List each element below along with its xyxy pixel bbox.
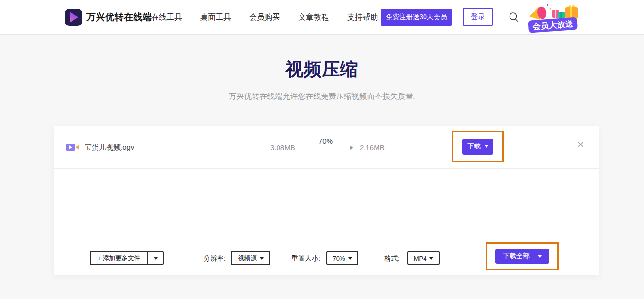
file-identity: 宝蛋儿视频.ogv bbox=[66, 126, 134, 169]
video-file-icon bbox=[66, 143, 80, 152]
brand-logo-icon[interactable] bbox=[65, 9, 82, 26]
megaphone-icon bbox=[528, 4, 552, 21]
nav-item-desktop-tools[interactable]: 桌面工具 bbox=[200, 12, 231, 23]
resize-value: 70% bbox=[332, 255, 345, 262]
format-value: MP4 bbox=[414, 255, 427, 262]
main-nav: 在线工具 桌面工具 会员购买 文章教程 支持帮助 bbox=[151, 0, 378, 35]
login-button[interactable]: 登录 bbox=[463, 8, 493, 26]
download-all-label: 下载全部 bbox=[503, 252, 530, 261]
format-select[interactable]: MP4 bbox=[407, 251, 440, 265]
arrow-right-icon bbox=[298, 148, 353, 148]
nav-item-articles[interactable]: 文章教程 bbox=[298, 12, 329, 23]
add-more-files-label[interactable]: + 添加更多文件 bbox=[91, 252, 147, 264]
original-size: 3.08MB bbox=[270, 144, 295, 152]
download-button[interactable]: 下载 bbox=[462, 139, 493, 155]
add-more-files-button[interactable]: + 添加更多文件 bbox=[90, 251, 164, 265]
page-subtitle: 万兴优转在线端允许您在线免费压缩视频而不损失质量. bbox=[0, 92, 644, 102]
download-button-label: 下载 bbox=[467, 142, 481, 151]
top-navbar: 万兴优转在线端 在线工具 桌面工具 会员购买 文章教程 支持帮助 免费注册送30… bbox=[0, 0, 644, 35]
file-name: 宝蛋儿视频.ogv bbox=[85, 143, 134, 152]
search-icon[interactable] bbox=[508, 12, 520, 23]
add-more-dropdown[interactable] bbox=[147, 252, 163, 264]
resolution-select[interactable]: 视频源 bbox=[231, 251, 270, 265]
nav-item-online-tools[interactable]: 在线工具 bbox=[151, 12, 182, 23]
caret-down-icon bbox=[429, 257, 433, 260]
close-icon[interactable]: × bbox=[577, 139, 583, 150]
resize-select[interactable]: 70% bbox=[326, 251, 358, 265]
caret-down-icon[interactable] bbox=[538, 255, 542, 258]
page-title: 视频压缩 bbox=[0, 58, 644, 82]
caret-down-icon bbox=[260, 257, 264, 260]
nav-item-support[interactable]: 支持帮助 bbox=[347, 12, 378, 23]
file-row: 宝蛋儿视频.ogv 3.08MB 70% 2.16MB 下载 × bbox=[54, 126, 599, 169]
compression-card: 宝蛋儿视频.ogv 3.08MB 70% 2.16MB 下载 × + 添加更多文… bbox=[54, 126, 599, 275]
caret-down-icon bbox=[348, 257, 352, 260]
brand-name: 万兴优转在线端 bbox=[86, 0, 152, 35]
download-all-highlight-box: 下载全部 bbox=[486, 242, 559, 270]
resize-label: 重置大小: bbox=[292, 251, 320, 265]
play-icon bbox=[65, 9, 82, 26]
nav-item-membership[interactable]: 会员购买 bbox=[249, 12, 280, 23]
compressed-size: 2.16MB bbox=[360, 144, 385, 152]
download-all-button[interactable]: 下载全部 bbox=[495, 249, 549, 264]
resolution-value: 视频源 bbox=[238, 254, 257, 263]
compression-percent: 70% bbox=[298, 137, 353, 145]
membership-promo-badge[interactable]: 会员大放送 bbox=[527, 3, 580, 33]
caret-down-icon[interactable] bbox=[485, 145, 488, 148]
free-register-button[interactable]: 免费注册送30天会员 bbox=[381, 9, 452, 26]
gift-icons bbox=[552, 5, 578, 19]
download-highlight-box: 下载 bbox=[452, 131, 504, 162]
format-label: 格式: bbox=[384, 251, 400, 265]
caret-down-icon bbox=[154, 257, 158, 260]
resolution-label: 分辨率: bbox=[204, 251, 226, 265]
